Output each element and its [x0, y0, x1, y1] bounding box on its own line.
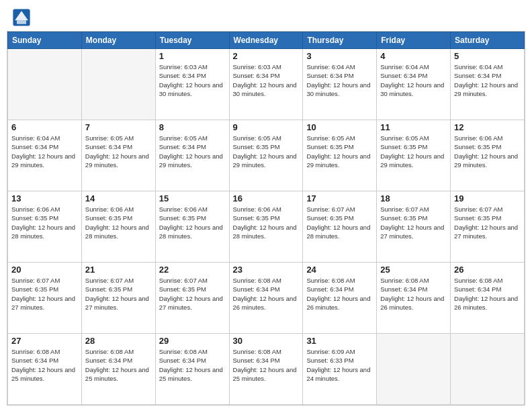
day-header-sunday: Sunday	[8, 32, 82, 49]
day-info: Sunrise: 6:04 AM Sunset: 6:34 PM Dayligh…	[454, 62, 521, 98]
day-number: 5	[454, 51, 521, 61]
day-header-friday: Friday	[377, 32, 451, 49]
calendar-cell: 18Sunrise: 6:07 AM Sunset: 6:35 PM Dayli…	[377, 191, 451, 263]
day-info: Sunrise: 6:07 AM Sunset: 6:35 PM Dayligh…	[159, 276, 226, 312]
calendar-cell: 20Sunrise: 6:07 AM Sunset: 6:35 PM Dayli…	[8, 263, 82, 334]
calendar-cell: 28Sunrise: 6:08 AM Sunset: 6:34 PM Dayli…	[81, 334, 155, 405]
day-number: 27	[11, 336, 78, 346]
day-header-wednesday: Wednesday	[229, 32, 303, 49]
calendar-cell	[451, 334, 525, 405]
calendar-cell: 15Sunrise: 6:06 AM Sunset: 6:35 PM Dayli…	[155, 191, 229, 263]
day-info: Sunrise: 6:05 AM Sunset: 6:34 PM Dayligh…	[85, 134, 152, 169]
day-number: 7	[85, 122, 152, 132]
calendar-cell: 13Sunrise: 6:06 AM Sunset: 6:35 PM Dayli…	[8, 191, 82, 263]
calendar-cell: 27Sunrise: 6:08 AM Sunset: 6:34 PM Dayli…	[8, 334, 82, 405]
calendar-cell: 5Sunrise: 6:04 AM Sunset: 6:34 PM Daylig…	[451, 49, 525, 120]
day-number: 30	[233, 336, 300, 346]
calendar-cell: 26Sunrise: 6:08 AM Sunset: 6:34 PM Dayli…	[451, 263, 525, 334]
header-row: SundayMondayTuesdayWednesdayThursdayFrid…	[8, 32, 525, 49]
day-header-monday: Monday	[81, 32, 155, 49]
day-info: Sunrise: 6:05 AM Sunset: 6:35 PM Dayligh…	[380, 134, 447, 169]
calendar-cell	[81, 49, 155, 120]
day-number: 16	[233, 193, 300, 203]
day-info: Sunrise: 6:07 AM Sunset: 6:35 PM Dayligh…	[306, 205, 373, 240]
day-info: Sunrise: 6:06 AM Sunset: 6:35 PM Dayligh…	[233, 205, 300, 240]
day-number: 6	[11, 122, 78, 132]
day-info: Sunrise: 6:07 AM Sunset: 6:35 PM Dayligh…	[85, 276, 152, 312]
day-number: 10	[306, 122, 373, 132]
day-number: 2	[233, 51, 300, 61]
calendar-cell: 29Sunrise: 6:08 AM Sunset: 6:34 PM Dayli…	[155, 334, 229, 405]
calendar-week-1: 1Sunrise: 6:03 AM Sunset: 6:34 PM Daylig…	[8, 49, 525, 120]
day-info: Sunrise: 6:07 AM Sunset: 6:35 PM Dayligh…	[11, 276, 78, 312]
day-info: Sunrise: 6:06 AM Sunset: 6:35 PM Dayligh…	[85, 205, 152, 240]
day-number: 1	[159, 51, 226, 61]
day-info: Sunrise: 6:06 AM Sunset: 6:35 PM Dayligh…	[11, 205, 78, 240]
day-number: 17	[306, 193, 373, 203]
day-number: 13	[11, 193, 78, 203]
day-number: 3	[306, 51, 373, 61]
calendar-week-4: 20Sunrise: 6:07 AM Sunset: 6:35 PM Dayli…	[8, 263, 525, 334]
calendar-cell: 3Sunrise: 6:04 AM Sunset: 6:34 PM Daylig…	[303, 49, 377, 120]
calendar-table: SundayMondayTuesdayWednesdayThursdayFrid…	[7, 32, 525, 405]
day-number: 9	[233, 122, 300, 132]
day-info: Sunrise: 6:09 AM Sunset: 6:33 PM Dayligh…	[306, 347, 373, 383]
day-number: 11	[380, 122, 447, 132]
calendar-cell: 1Sunrise: 6:03 AM Sunset: 6:34 PM Daylig…	[155, 49, 229, 120]
calendar-cell: 16Sunrise: 6:06 AM Sunset: 6:35 PM Dayli…	[229, 191, 303, 263]
calendar-cell: 2Sunrise: 6:03 AM Sunset: 6:34 PM Daylig…	[229, 49, 303, 120]
day-number: 14	[85, 193, 152, 203]
day-info: Sunrise: 6:06 AM Sunset: 6:35 PM Dayligh…	[454, 134, 521, 169]
day-info: Sunrise: 6:04 AM Sunset: 6:34 PM Dayligh…	[306, 62, 373, 98]
day-info: Sunrise: 6:05 AM Sunset: 6:35 PM Dayligh…	[306, 134, 373, 169]
calendar-week-2: 6Sunrise: 6:04 AM Sunset: 6:34 PM Daylig…	[8, 120, 525, 191]
calendar-cell: 31Sunrise: 6:09 AM Sunset: 6:33 PM Dayli…	[303, 334, 377, 405]
day-number: 20	[11, 265, 78, 275]
day-info: Sunrise: 6:05 AM Sunset: 6:34 PM Dayligh…	[159, 134, 226, 169]
day-number: 8	[159, 122, 226, 132]
calendar-cell: 23Sunrise: 6:08 AM Sunset: 6:34 PM Dayli…	[229, 263, 303, 334]
logo-icon	[12, 8, 31, 27]
day-number: 22	[159, 265, 226, 275]
day-number: 29	[159, 336, 226, 346]
calendar-cell: 10Sunrise: 6:05 AM Sunset: 6:35 PM Dayli…	[303, 120, 377, 191]
day-number: 15	[159, 193, 226, 203]
calendar-cell: 24Sunrise: 6:08 AM Sunset: 6:34 PM Dayli…	[303, 263, 377, 334]
day-number: 4	[380, 51, 447, 61]
calendar-cell: 30Sunrise: 6:08 AM Sunset: 6:34 PM Dayli…	[229, 334, 303, 405]
day-number: 28	[85, 336, 152, 346]
day-info: Sunrise: 6:03 AM Sunset: 6:34 PM Dayligh…	[159, 62, 226, 98]
day-number: 25	[380, 265, 447, 275]
day-info: Sunrise: 6:07 AM Sunset: 6:35 PM Dayligh…	[454, 205, 521, 240]
day-number: 31	[306, 336, 373, 346]
day-number: 19	[454, 193, 521, 203]
calendar-cell: 6Sunrise: 6:04 AM Sunset: 6:34 PM Daylig…	[8, 120, 82, 191]
day-number: 23	[233, 265, 300, 275]
day-number: 24	[306, 265, 373, 275]
calendar-cell: 4Sunrise: 6:04 AM Sunset: 6:34 PM Daylig…	[377, 49, 451, 120]
calendar-cell	[377, 334, 451, 405]
day-number: 21	[85, 265, 152, 275]
day-info: Sunrise: 6:08 AM Sunset: 6:34 PM Dayligh…	[233, 347, 300, 383]
calendar-cell: 21Sunrise: 6:07 AM Sunset: 6:35 PM Dayli…	[81, 263, 155, 334]
day-info: Sunrise: 6:08 AM Sunset: 6:34 PM Dayligh…	[11, 347, 78, 383]
calendar-cell: 9Sunrise: 6:05 AM Sunset: 6:35 PM Daylig…	[229, 120, 303, 191]
day-info: Sunrise: 6:03 AM Sunset: 6:34 PM Dayligh…	[233, 62, 300, 98]
calendar-cell: 14Sunrise: 6:06 AM Sunset: 6:35 PM Dayli…	[81, 191, 155, 263]
logo	[12, 8, 34, 27]
calendar-cell: 7Sunrise: 6:05 AM Sunset: 6:34 PM Daylig…	[81, 120, 155, 191]
day-info: Sunrise: 6:05 AM Sunset: 6:35 PM Dayligh…	[233, 134, 300, 169]
day-header-tuesday: Tuesday	[155, 32, 229, 49]
day-info: Sunrise: 6:08 AM Sunset: 6:34 PM Dayligh…	[85, 347, 152, 383]
calendar-cell: 12Sunrise: 6:06 AM Sunset: 6:35 PM Dayli…	[451, 120, 525, 191]
day-info: Sunrise: 6:06 AM Sunset: 6:35 PM Dayligh…	[159, 205, 226, 240]
calendar-cell: 25Sunrise: 6:08 AM Sunset: 6:34 PM Dayli…	[377, 263, 451, 334]
day-info: Sunrise: 6:08 AM Sunset: 6:34 PM Dayligh…	[454, 276, 521, 312]
day-info: Sunrise: 6:08 AM Sunset: 6:34 PM Dayligh…	[306, 276, 373, 312]
calendar-cell: 22Sunrise: 6:07 AM Sunset: 6:35 PM Dayli…	[155, 263, 229, 334]
svg-rect-2	[17, 20, 26, 24]
day-header-thursday: Thursday	[303, 32, 377, 49]
day-info: Sunrise: 6:04 AM Sunset: 6:34 PM Dayligh…	[11, 134, 78, 169]
day-info: Sunrise: 6:08 AM Sunset: 6:34 PM Dayligh…	[380, 276, 447, 312]
day-header-saturday: Saturday	[451, 32, 525, 49]
